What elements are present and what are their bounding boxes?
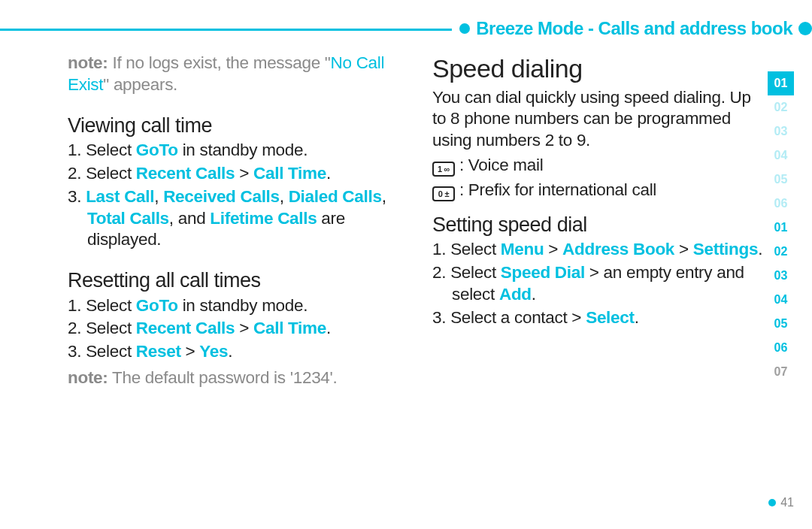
sidebar-index-item: 01: [768, 71, 794, 95]
note-default-password: note: The default password is '1234'.: [68, 367, 395, 389]
list-setting-speed-dial: 1. Select Menu > Address Book > Settings…: [432, 239, 763, 328]
sidebar-index-item: 06: [768, 336, 794, 360]
glyph-row-voicemail: 1 ∞ : Voice mail: [432, 155, 763, 177]
page-footer: 41: [0, 496, 794, 509]
list-item: 2. Select Recent Calls > Call Time.: [87, 163, 395, 185]
list-resetting: 1. Select GoTo in standby mode. 2. Selec…: [68, 295, 395, 363]
sidebar-index-item: 01: [768, 216, 794, 240]
list-item: 1. Select GoTo in standby mode.: [87, 140, 395, 162]
glyph-row-intl: 0 ± : Prefix for international call: [432, 180, 763, 201]
header-rule: [0, 29, 452, 31]
content-grid: note: If no logs exist, the message "No …: [68, 53, 763, 389]
list-viewing: 1. Select GoTo in standby mode. 2. Selec…: [68, 140, 395, 251]
key-1-icon: 1 ∞: [432, 162, 455, 177]
section-title: Breeze Mode - Calls and address book: [476, 18, 792, 39]
sidebar-index-item: 02: [768, 240, 794, 264]
heading-speed-dialing: Speed dialing: [432, 53, 763, 86]
sidebar-index-item: 02: [768, 95, 794, 119]
heading-setting-speed-dial: Setting speed dial: [432, 212, 763, 238]
list-item: 1. Select Menu > Address Book > Settings…: [452, 239, 763, 261]
list-item: 3. Select a contact > Select.: [452, 307, 763, 329]
heading-resetting: Resetting all call times: [68, 268, 395, 294]
header-dot-right-icon: [798, 22, 812, 35]
list-item: 2. Select Speed Dial > an empty entry an…: [452, 262, 763, 306]
sidebar-index-item: 03: [768, 119, 794, 144]
key-0-icon: 0 ±: [432, 186, 455, 201]
note-no-logs: note: If no logs exist, the message "No …: [68, 53, 395, 96]
page-number: 41: [780, 496, 794, 509]
sidebar-index-item: 06: [768, 192, 794, 216]
speed-dial-intro: You can dial quickly using speed dialing…: [432, 87, 763, 152]
right-column: Speed dialing You can dial quickly using…: [432, 53, 763, 389]
sidebar-index-item: 03: [768, 264, 794, 288]
sidebar-index-item: 04: [768, 144, 794, 168]
list-item: 1. Select GoTo in standby mode.: [87, 295, 395, 317]
heading-viewing-call-time: Viewing call time: [68, 113, 395, 139]
list-item: 3. Last Call, Received Calls, Dialed Cal…: [87, 186, 395, 251]
page-header: Breeze Mode - Calls and address book: [0, 18, 812, 39]
footer-dot-icon: [768, 499, 776, 506]
list-item: 2. Select Recent Calls > Call Time.: [87, 318, 395, 340]
sidebar-index-item: 07: [768, 360, 794, 384]
sidebar-index-item: 04: [768, 288, 794, 312]
sidebar-index-item: 05: [768, 312, 794, 336]
page-index-sidebar: 01 02 03 04 05 06 01 02 03 04 05 06 07: [768, 71, 794, 384]
left-column: note: If no logs exist, the message "No …: [68, 53, 395, 389]
list-item: 3. Select Reset > Yes.: [87, 341, 395, 363]
sidebar-index-item: 05: [768, 168, 794, 192]
header-dot-icon: [459, 23, 470, 34]
